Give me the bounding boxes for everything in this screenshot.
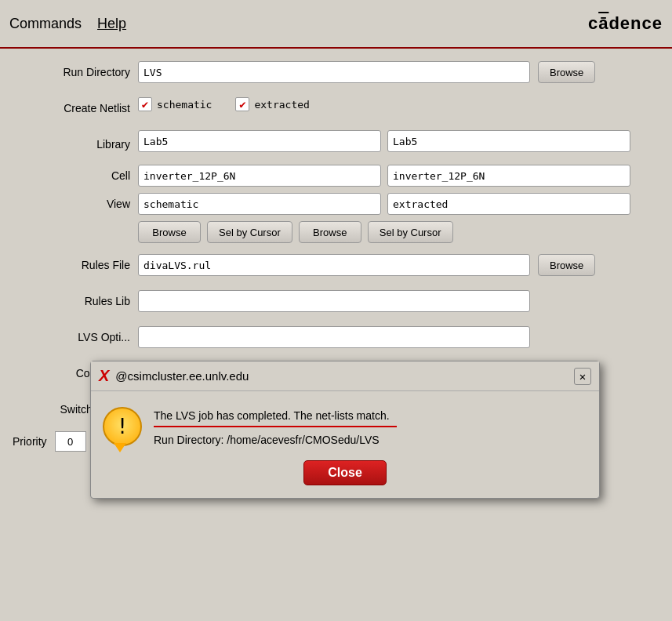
library-extracted-input[interactable]: [387, 130, 630, 152]
dialog-footer: Close: [91, 454, 599, 498]
view-schematic-input[interactable]: [138, 193, 381, 215]
dialog-box: X @csimcluster.ee.unlv.edu ✕ ! The LVS j…: [90, 361, 600, 499]
rules-lib-input[interactable]: [138, 290, 530, 312]
cell-inputs: [138, 165, 630, 187]
view-inputs: [138, 193, 630, 215]
create-netlist-label: Create Netlist: [13, 102, 138, 114]
run-directory-label: Run Directory: [13, 66, 138, 78]
extracted-checkbox[interactable]: ✔: [235, 97, 249, 111]
dialog-text-area: The LVS job has completed. The net-lists…: [154, 407, 397, 446]
rules-file-label: Rules File: [13, 259, 138, 271]
cadence-logo: cādence: [588, 13, 663, 34]
extracted-netlist-item: ✔ extracted: [235, 97, 309, 111]
x-logo-icon: X: [99, 367, 109, 385]
view-row: View: [13, 193, 659, 215]
schematic-netlist-item: ✔ schematic: [138, 97, 212, 111]
cell-row: Cell: [13, 165, 659, 187]
extracted-label: extracted: [254, 99, 309, 111]
rules-file-browse-button[interactable]: Browse: [538, 254, 595, 276]
dialog-close-button[interactable]: Close: [303, 460, 387, 485]
priority-input[interactable]: [55, 431, 86, 452]
run-directory-row: Run Directory Browse: [13, 58, 659, 86]
cell-schematic-input[interactable]: [138, 165, 381, 187]
create-netlist-row: Create Netlist ✔ schematic ✔ extracted: [13, 94, 659, 122]
warning-icon: !: [103, 407, 142, 446]
help-menu[interactable]: Help: [97, 16, 126, 32]
lvs-options-label: LVS Opti...: [13, 331, 138, 343]
dialog-body: ! The LVS job has completed. The net-lis…: [91, 391, 599, 454]
browse-extracted-button[interactable]: Browse: [299, 221, 361, 243]
view-label: View: [13, 198, 138, 210]
rules-file-input[interactable]: [138, 254, 530, 276]
netlist-checkboxes: ✔ schematic ✔ extracted: [138, 97, 310, 111]
menubar: Commands Help cādence: [0, 0, 672, 49]
cell-extracted-input[interactable]: [387, 165, 630, 187]
run-directory-input[interactable]: [138, 61, 530, 83]
rules-file-row: Rules File Browse: [13, 251, 659, 279]
rules-lib-label: Rules Lib: [13, 295, 138, 307]
schematic-label: schematic: [157, 99, 212, 111]
commands-menu[interactable]: Commands: [9, 16, 82, 32]
library-inputs: [138, 130, 630, 152]
library-schematic-input[interactable]: [138, 130, 381, 152]
library-row: Library: [13, 130, 659, 158]
dialog-message: The LVS job has completed. The net-lists…: [154, 407, 397, 427]
browse-schematic-button[interactable]: Browse: [138, 221, 201, 243]
run-directory-browse-button[interactable]: Browse: [538, 61, 595, 83]
menubar-left: Commands Help: [9, 16, 126, 32]
schematic-checkbox[interactable]: ✔: [138, 97, 152, 111]
dialog-title-left: X @csimcluster.ee.unlv.edu: [99, 367, 249, 385]
library-label: Library: [13, 138, 138, 151]
dialog-close-x-button[interactable]: ✕: [574, 368, 591, 385]
dialog-rundir: Run Directory: /home/acevesfr/CMOSedu/LV…: [154, 434, 397, 446]
rules-lib-row: Rules Lib: [13, 287, 659, 315]
dialog-titlebar: X @csimcluster.ee.unlv.edu ✕: [91, 361, 599, 391]
lvs-options-input[interactable]: [138, 326, 530, 348]
cell-label: Cell: [13, 169, 138, 182]
view-extracted-input[interactable]: [387, 193, 630, 215]
priority-label: Priority: [13, 435, 47, 448]
sel-cursor-schematic-button[interactable]: Sel by Cursor: [207, 221, 292, 243]
lvs-options-row: LVS Opti...: [13, 323, 659, 351]
browse-sel-row: Browse Sel by Cursor Browse Sel by Curso…: [138, 221, 659, 243]
dialog-title: @csimcluster.ee.unlv.edu: [115, 369, 249, 383]
sel-cursor-extracted-button[interactable]: Sel by Cursor: [368, 221, 453, 243]
